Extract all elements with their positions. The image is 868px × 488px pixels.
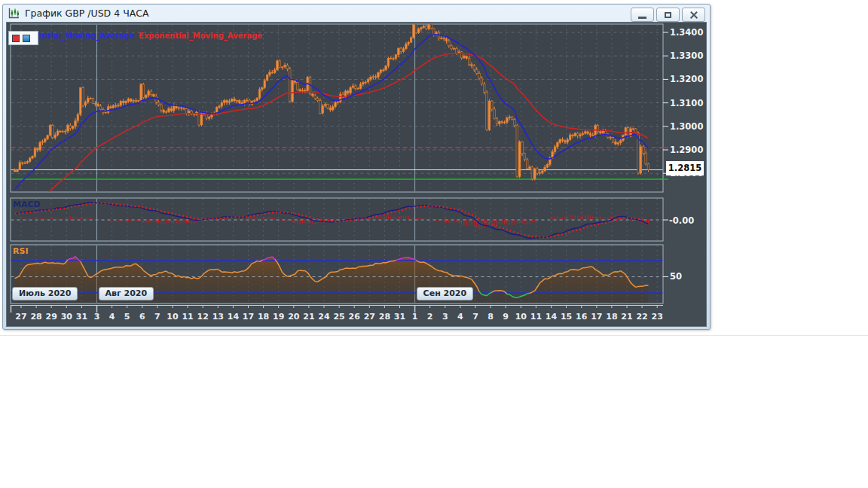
x-axis-label: 2	[427, 312, 433, 322]
x-axis-label: 7	[154, 312, 160, 322]
x-axis-label: 14	[546, 312, 558, 322]
x-axis-label: 8	[487, 312, 494, 322]
x-axis-label: 19	[273, 312, 284, 322]
month-label-box: Авг 2020	[99, 287, 154, 300]
restore-icon	[665, 12, 671, 18]
x-axis-label: 27	[364, 312, 375, 322]
price-axis-label: 1.3400	[670, 27, 703, 38]
x-axis-label: 28	[30, 312, 41, 322]
price-axis-label: 1.2900	[670, 145, 703, 155]
x-axis-label: 21	[303, 312, 314, 322]
x-axis-label: 23	[652, 312, 663, 322]
legend-ema-red: Exponential_Moving_Average	[139, 32, 262, 40]
x-axis-label: 1	[412, 312, 418, 322]
x-axis-label: 14	[228, 312, 240, 322]
x-axis-label: 10	[167, 312, 179, 322]
x-axis-label: 20	[288, 312, 300, 322]
x-axis-label: 10	[515, 312, 527, 322]
x-axis-label: 18	[258, 312, 269, 322]
rsi-label: RSI	[13, 246, 29, 256]
x-axis-label: 3	[94, 312, 100, 322]
rsi-axis-value: 50	[670, 271, 682, 282]
x-axis-label: 7	[472, 312, 478, 322]
current-price-badge: 1.2815	[666, 161, 704, 175]
window-title: График GBP /USD 4 ЧАСА	[25, 8, 149, 19]
close-icon	[689, 11, 698, 20]
x-axis-label: 6	[139, 312, 145, 322]
x-axis-label: 26	[349, 312, 361, 322]
x-axis-label: 13	[212, 312, 224, 322]
x-axis-label: 17	[243, 312, 254, 322]
month-label-box: Июль 2020	[12, 287, 78, 300]
x-axis-label: 11	[530, 312, 542, 322]
chart-canvas[interactable]: 2728293031345671011121314171819202124252…	[7, 22, 704, 326]
x-axis-label: 29	[46, 312, 57, 322]
price-axis-label: 1.3100	[670, 98, 703, 108]
title-bar[interactable]: График GBP /USD 4 ЧАСА	[3, 5, 710, 22]
x-axis-label: 4	[109, 312, 115, 322]
x-axis-label: 22	[636, 312, 647, 322]
close-button[interactable]	[682, 8, 705, 22]
x-axis-label: 31	[76, 312, 87, 322]
minimize-button[interactable]	[631, 8, 654, 22]
x-axis-label: 9	[503, 312, 509, 322]
indicator-legend: Exponential_Moving_AverageExponential_Mo…	[11, 32, 262, 40]
x-axis-label: 28	[379, 312, 390, 322]
macd-axis-value: -0.00	[669, 215, 694, 226]
price-axis-label: 1.3200	[670, 74, 703, 84]
macd-label: MACD	[13, 200, 41, 209]
x-axis-label: 17	[591, 312, 602, 322]
price-axis-label: 1.3000	[670, 121, 703, 132]
x-axis-label: 16	[576, 312, 588, 322]
x-axis-label: 3	[442, 312, 448, 322]
candlestick-chart-icon	[8, 8, 20, 20]
page-divider	[0, 335, 868, 336]
x-axis-label: 15	[561, 312, 572, 322]
x-axis-label: 25	[333, 312, 344, 322]
x-axis-label: 31	[394, 312, 405, 322]
x-axis-label: 18	[606, 312, 617, 322]
x-axis-label: 27	[15, 312, 26, 322]
x-axis-label: 11	[182, 312, 193, 322]
legend-color-swatches[interactable]	[8, 31, 38, 45]
x-axis-label: 4	[457, 312, 463, 322]
month-label-box: Сен 2020	[417, 287, 474, 300]
blue-swatch-icon	[23, 35, 30, 42]
restore-button[interactable]	[656, 8, 680, 22]
screen: График GBP /USD 4 ЧАСА 27282930313456710…	[0, 0, 868, 488]
x-axis-label: 30	[61, 312, 73, 322]
x-axis-label: 12	[197, 312, 209, 322]
x-axis-label: 24	[318, 312, 330, 322]
x-axis-label: 21	[621, 312, 632, 322]
minimize-icon	[638, 17, 646, 19]
price-axis-label: 1.3300	[670, 50, 703, 61]
x-axis-label: 5	[124, 312, 130, 322]
red-swatch-icon	[12, 35, 20, 42]
window-controls	[628, 8, 705, 22]
